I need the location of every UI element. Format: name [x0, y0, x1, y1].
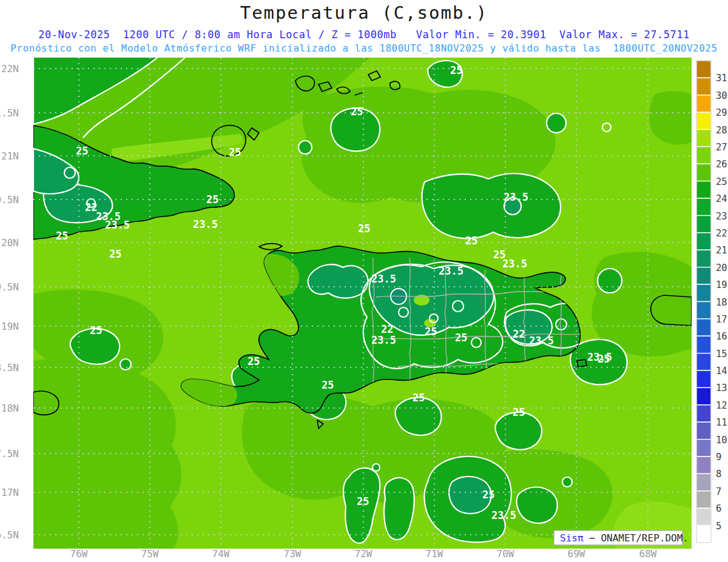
lon-tick-label: 70W [497, 548, 514, 560]
colorbar-tick-label: 9 [716, 452, 721, 463]
contour-label-25: 25 [322, 379, 334, 391]
colorbar-tick-label: 22 [716, 228, 727, 239]
lat-tick-label: 22N [1, 63, 19, 75]
contour-label-25: 25 [357, 495, 369, 507]
temperature-colorbar: 3130292827262524232221201918171615141312… [696, 61, 727, 543]
contour-label-25: 25 [598, 353, 610, 365]
lon-tick-label: 73W [284, 548, 302, 560]
colorbar-segment [696, 147, 711, 164]
watermark-org: − ONAMET/REP.DOM. [584, 532, 689, 544]
contour-label-23.5: 23.5 [529, 335, 554, 347]
contour-label-25: 25 [413, 392, 425, 404]
colorbar-segment [696, 491, 711, 508]
temp-blob-bottom-right-2 [562, 477, 572, 487]
lon-tick-label: 72W [355, 548, 372, 560]
colorbar-tick-label: 15 [716, 349, 727, 360]
contour-label-23.5: 23.5 [371, 273, 396, 285]
colorbar-tick-label: 20 [716, 263, 727, 273]
contour-label-22: 22 [381, 323, 393, 335]
colorbar-tick-label: 19 [716, 279, 727, 290]
contour-label-25: 25 [248, 355, 260, 367]
temp-blob-bottom-right-1 [516, 487, 557, 523]
contour-label-25: 25 [229, 146, 241, 158]
colorbar-tick-label: 17 [716, 314, 727, 325]
lon-tick-label: 75W [141, 548, 159, 560]
contour-label-25: 25 [455, 332, 467, 344]
colorbar-tick-label: 26 [716, 159, 727, 170]
lat-tick-label: 9.5N [0, 281, 19, 293]
colorbar-tick-label: 25 [716, 176, 727, 187]
contour-label-25: 25 [513, 406, 525, 418]
lat-tick-label: 20N [1, 237, 19, 249]
colorbar-segment [696, 112, 711, 129]
lat-tick-label: 18N [1, 403, 19, 414]
lon-tick-label: 71W [426, 548, 443, 560]
lat-tick-label: 21N [1, 150, 19, 162]
contour-label-25: 25 [425, 326, 437, 338]
colorbar-tick-label: 5 [716, 521, 721, 532]
contour-label-25: 25 [76, 145, 88, 157]
colorbar-segment [696, 440, 711, 457]
colorbar-tick-label: 10 [716, 435, 727, 446]
contour-label-25: 25 [482, 489, 494, 501]
colorbar-segment [696, 267, 711, 284]
chart-subtitle-model: Pronóstico con el Modelo Atmósferico WRF… [0, 42, 728, 54]
colorbar-tick-label: 27 [716, 142, 727, 153]
colorbar-segment [696, 233, 711, 250]
colorbar-segment [696, 336, 711, 353]
weather-chart-page: Temperatura (C,somb.) 20-Nov-2025 1200 U… [0, 0, 728, 562]
colorbar-segment [696, 198, 711, 215]
haiti-north-teal [308, 264, 368, 298]
lat-tick-label: 17N [1, 487, 19, 498]
lat-tick-label: 19N [1, 321, 19, 332]
colorbar-segment [696, 78, 711, 95]
colorbar-tick-label: 21 [716, 245, 727, 256]
colorbar-segment [696, 387, 711, 404]
temperature-map: 252525252523.52223.523.5252523.525252523… [0, 58, 728, 562]
lon-tick-label: 69W [568, 548, 585, 560]
colorbar-tick-label: 18 [716, 297, 727, 308]
contour-label-23.5: 23.5 [491, 509, 516, 521]
contour-label-23.5: 23.5 [439, 265, 463, 277]
contour-label-23.5: 23.5 [105, 219, 130, 231]
colorbar-segment [696, 422, 711, 439]
colorbar-tick-label: 16 [716, 331, 727, 342]
contour-label-23.5: 23.5 [502, 258, 527, 270]
colorbar-tick-label: 23 [716, 211, 727, 222]
lat-tick-label: 8.5N [0, 362, 19, 373]
contour-label-25: 25 [351, 105, 363, 118]
colorbar-tick-label: 29 [716, 107, 727, 118]
watermark-text: Sisπ − ONAMET/REP.DOM. [560, 532, 689, 544]
longitude-axis: 76W75W74W73W72W71W70W69W68W [70, 548, 657, 560]
colorbar-segment [696, 216, 711, 233]
temp-blob-small-2 [547, 113, 566, 133]
watermark-box: Sisπ − ONAMET/REP.DOM. [554, 530, 689, 545]
contour-label-25: 25 [465, 235, 477, 247]
colorbar-segment [696, 164, 711, 181]
lon-tick-label: 76W [70, 548, 88, 560]
contour-label-23.5: 23.5 [193, 218, 218, 230]
colorbar-segment [696, 508, 711, 525]
colorbar-tick-label: 7 [716, 486, 721, 497]
colorbar-segment [696, 95, 711, 112]
colorbar-tick-label: 12 [716, 400, 727, 411]
lat-tick-label: 6.5N [0, 529, 19, 541]
contour-label-25: 25 [90, 324, 102, 336]
colorbar-segment [696, 130, 711, 147]
colorbar-segment [696, 61, 711, 78]
colorbar-segment [696, 284, 711, 301]
map-fill-layers: 252525252523.52223.523.5252523.525252523… [22, 58, 692, 554]
colorbar-tick-label: 8 [716, 469, 721, 480]
contour-label-23.5: 23.5 [504, 191, 528, 203]
colorbar-segment [696, 302, 711, 319]
sispi-logo: Sisπ [560, 532, 584, 544]
temp-blob-small-4 [372, 464, 380, 471]
colorbar-tick-label: 11 [716, 417, 727, 428]
lat-tick-label: 7.5N [0, 448, 19, 460]
latitude-axis: 22N1.5N21N0.5N20N9.5N19N8.5N18N7.5N17N6.… [0, 63, 19, 541]
colorbar-tick-label: 31 [716, 73, 727, 84]
colorbar-tick-label: 13 [716, 383, 727, 393]
colorbar-segment [696, 353, 711, 370]
temp-blob-east-1 [598, 269, 622, 293]
temp-blob-small-1 [298, 141, 312, 154]
